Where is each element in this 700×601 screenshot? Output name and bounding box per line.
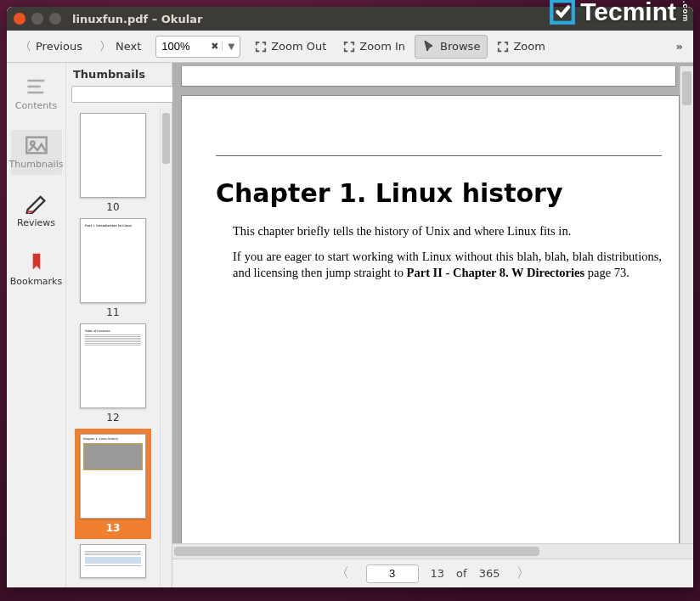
- thumbnails-panel: Thumbnails 10 Part I. Introduction to Li…: [66, 63, 172, 587]
- thumbnail-page-12[interactable]: Table of Contents 12: [71, 323, 155, 424]
- thumbnails-scrollbar[interactable]: [160, 108, 172, 587]
- zoom-in-label: Zoom In: [359, 40, 405, 53]
- toolbar: 〈 Previous 〉 Next ✖ ▼ Zoom Out Zoom In B…: [7, 31, 693, 63]
- pager-prev-button[interactable]: 〈: [330, 563, 354, 584]
- watermark: Tecmint .com: [548, 0, 690, 26]
- page-area[interactable]: Chapter 1. Linux history This chapter br…: [172, 63, 693, 543]
- pager-total: 365: [479, 567, 500, 580]
- thumbnails-heading: Thumbnails: [66, 63, 172, 86]
- window-minimize-button[interactable]: [31, 13, 43, 25]
- thumbnail-filter-row: [66, 86, 172, 108]
- contents-icon: [25, 76, 48, 97]
- thumbnail-page-11[interactable]: Part I. Introduction to Linux 11: [71, 218, 155, 318]
- chevron-left-icon: 〈: [20, 39, 31, 54]
- para-bold: Part II - Chapter 8. W Directories: [407, 266, 585, 279]
- page-heading: Chapter 1. Linux history: [216, 178, 662, 208]
- thumbnails-list[interactable]: 10 Part I. Introduction to Linux 11 Tabl…: [66, 108, 160, 587]
- main-body: Contents Thumbnails Reviews Bookmarks Th…: [7, 63, 693, 587]
- window-close-button[interactable]: [14, 13, 25, 25]
- tab-bookmarks-label: Bookmarks: [10, 276, 62, 287]
- thumb-label: 13: [80, 522, 146, 534]
- previous-label: Previous: [36, 40, 82, 53]
- scrollbar-thumb[interactable]: [174, 547, 539, 556]
- clear-icon[interactable]: ✖: [207, 41, 222, 52]
- thumb-label: 10: [106, 201, 119, 213]
- tecmint-logo-icon: [548, 0, 577, 26]
- tab-thumbnails-label: Thumbnails: [9, 159, 64, 170]
- cursor-icon: [422, 40, 436, 53]
- zoom-out-label: Zoom Out: [271, 40, 326, 53]
- tab-thumbnails[interactable]: Thumbnails: [11, 130, 62, 175]
- para-text: page 73.: [584, 266, 629, 279]
- page-paragraph-2: If you are eager to start working with L…: [233, 249, 662, 282]
- dropdown-icon[interactable]: ▼: [222, 42, 240, 51]
- tab-contents-label: Contents: [15, 100, 57, 111]
- thumbnails-icon: [25, 135, 48, 155]
- pager-of: of: [456, 567, 467, 580]
- reviews-icon: [25, 194, 48, 214]
- thumb-label: 12: [106, 412, 119, 424]
- chevron-right-icon: 〉: [99, 39, 111, 54]
- scrollbar-thumb[interactable]: [162, 113, 170, 164]
- thumbnail-page-13[interactable]: Chapter 1. Linux history 13: [71, 429, 155, 539]
- document-viewer: Chapter 1. Linux history This chapter br…: [172, 63, 693, 587]
- pager-next-button[interactable]: 〉: [511, 563, 535, 584]
- tab-reviews[interactable]: Reviews: [11, 188, 62, 233]
- browse-button[interactable]: Browse: [415, 35, 488, 59]
- thumbnail-page-14[interactable]: [71, 544, 155, 578]
- window-maximize-button[interactable]: [49, 13, 61, 25]
- zoom-label: Zoom: [513, 40, 545, 53]
- tab-bookmarks[interactable]: Bookmarks: [11, 247, 62, 292]
- tab-reviews-label: Reviews: [17, 217, 55, 228]
- next-button[interactable]: 〉 Next: [92, 34, 149, 59]
- scrollbar-thumb[interactable]: [682, 71, 692, 105]
- zoom-out-button[interactable]: Zoom Out: [247, 35, 334, 58]
- pager-current: 13: [431, 567, 445, 580]
- next-label: Next: [116, 40, 141, 53]
- window-title: linuxfun.pdf – Okular: [72, 13, 202, 25]
- viewer-vertical-scrollbar[interactable]: [680, 66, 693, 543]
- thumbnail-page-10[interactable]: 10: [71, 113, 155, 213]
- zoom-tool-button[interactable]: Zoom: [489, 35, 552, 58]
- zoom-in-button[interactable]: Zoom In: [336, 35, 413, 58]
- browse-label: Browse: [440, 40, 480, 53]
- svg-point-5: [31, 141, 35, 145]
- tab-contents[interactable]: Contents: [11, 71, 62, 116]
- bookmark-icon: [25, 252, 48, 272]
- zoom-icon: [497, 41, 509, 53]
- zoom-input[interactable]: [156, 40, 207, 53]
- zoom-in-icon: [343, 41, 355, 53]
- thumb-label: 11: [106, 306, 119, 318]
- pager-input[interactable]: [366, 564, 419, 583]
- app-window: linuxfun.pdf – Okular 〈 Previous 〉 Next …: [7, 7, 693, 587]
- page-paragraph-1: This chapter briefly tells the history o…: [233, 223, 662, 240]
- previous-page-sliver: [181, 66, 676, 87]
- zoom-out-icon: [255, 41, 267, 53]
- side-tabs: Contents Thumbnails Reviews Bookmarks: [7, 63, 66, 587]
- watermark-suffix: .com: [681, 1, 690, 22]
- zoom-combo[interactable]: ✖ ▼: [155, 36, 240, 58]
- toolbar-overflow-button[interactable]: »: [671, 40, 688, 53]
- viewer-horizontal-scrollbar[interactable]: [172, 543, 693, 559]
- watermark-text: Tecmint: [580, 0, 676, 26]
- document-page: Chapter 1. Linux history This chapter br…: [181, 95, 680, 543]
- page-navigator: 〈 13 of 365 〉: [172, 559, 693, 587]
- previous-button[interactable]: 〈 Previous: [12, 34, 90, 59]
